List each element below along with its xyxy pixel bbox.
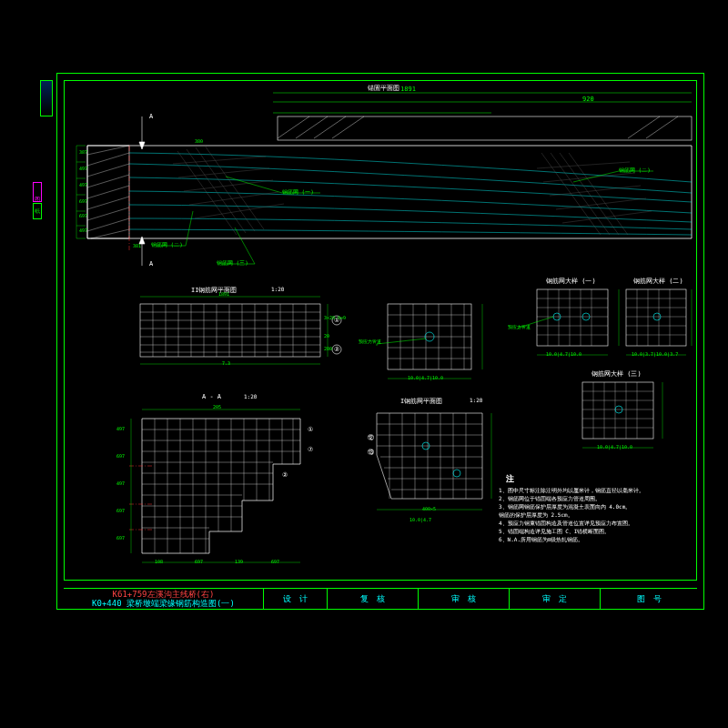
detail-I-dims: 400×5: [422, 506, 436, 511]
tb-dwg: 图 号: [601, 589, 697, 610]
tb-design: 设 计: [264, 589, 328, 610]
note-3: 3、钢筋网钢筋保护层厚度为混凝土表面向内 4.0cm。: [499, 502, 690, 511]
section-II-title: II钢筋网平面图: [191, 286, 237, 295]
tb-name-bot: K0+440 梁桥墩端梁缘钢筋构造图(一): [92, 600, 235, 609]
section-II-hd3: 280: [324, 346, 332, 351]
section-II-hd2: 20: [324, 333, 329, 339]
section-AA-scale: 1:20: [244, 393, 257, 399]
note-5: 5、锚固端构造详见施工图 C、I锚横断面图。: [499, 527, 690, 535]
section-II-bot: 7.3: [222, 360, 230, 366]
mesh-label-4: 钢筋网 (二): [619, 167, 651, 175]
section-II-scale: 1:20: [271, 286, 284, 292]
enlarge3-dims: 10.0|3.7|10.0|3.7: [632, 351, 678, 357]
enlarge3-title: 钢筋网大样 (二): [633, 277, 683, 286]
detail-I-r12: ⑫: [368, 433, 374, 442]
dim-v6: 497: [79, 228, 87, 233]
cad-canvas: 图 纸 1891 920: [0, 0, 728, 728]
aa-h2: 697: [195, 559, 203, 564]
section-II-w: 1891: [218, 291, 229, 297]
aa-h1: 108: [155, 559, 163, 564]
arrow-a-bot: A: [149, 260, 153, 268]
note-4: 4、预应力钢束锚固构造及管道位置详见预应力布置图。: [499, 519, 690, 527]
aa-r7: ⑦: [308, 446, 313, 453]
aa-v1: 497: [116, 426, 125, 431]
detail-I-scale: 1:20: [470, 397, 482, 403]
notes-list: 1、图中尺寸标注除注明外均以厘米计，钢筋直径以毫米计。 2、钢筋网位于锚固端各预…: [499, 486, 690, 543]
notes-heading: 注: [506, 473, 514, 485]
dim-v1: 387: [79, 149, 87, 155]
arrow-a-top: A: [149, 113, 153, 120]
enlarge1-dims: 10.0|4.7|10.0: [408, 375, 443, 380]
detail-I-bot: 10.0|4.7: [410, 517, 431, 522]
note-6: 6、N.A.所用钢筋为Ⅱ级热轧钢筋。: [499, 535, 690, 543]
mesh-label-1: 钢筋网 (一): [282, 188, 314, 197]
aa-v4: 697: [116, 508, 125, 513]
tb-check: 复 核: [328, 589, 419, 610]
aa-r1: ①: [308, 426, 313, 433]
margin-block: [40, 80, 53, 116]
aa-v2: 697: [116, 453, 125, 459]
note-3b: 钢筋的保护层厚度为 2.5cm。: [499, 511, 690, 519]
enlarge4-title: 钢筋网大样 (三): [592, 369, 642, 379]
enlarge2-dims: 10.0|4.7|10.0: [546, 351, 581, 357]
plan-title: 锚固平面图: [368, 84, 399, 93]
aa-v3: 497: [116, 480, 125, 486]
dim-h1: 381: [133, 243, 141, 248]
mesh-label-3: 钢筋网 (三): [217, 259, 248, 268]
circ-1: ①: [334, 317, 339, 324]
aa-r2: ②: [282, 471, 288, 479]
dim-v2: 497: [79, 166, 87, 171]
tb-name: K61+759左溪沟主线桥(右) K0+440 梁桥墩端梁缘钢筋构造图(一): [64, 589, 264, 610]
note-1: 1、图中尺寸标注除注明外均以厘米计，钢筋直径以毫米计。: [499, 486, 690, 494]
enlarge1-label: 预应力管道: [359, 339, 381, 344]
dim-v3: 497: [79, 182, 87, 187]
note-2: 2、钢筋网位于锚固端各预应力管道周围。: [499, 494, 690, 502]
dim-v5: 697: [79, 213, 87, 218]
dim-v4: 697: [79, 198, 87, 204]
detail-I-r13: ⑬: [368, 448, 374, 457]
aa-h4: 697: [271, 559, 279, 564]
title-block: K61+759左溪沟主线桥(右) K0+440 梁桥墩端梁缘钢筋构造图(一) 设…: [64, 588, 697, 610]
circ-2: ②: [334, 346, 339, 353]
enlarge2-label: 预应力管道: [508, 324, 531, 329]
side-tag-2: 纸: [33, 203, 42, 219]
detail-I-title: I钢筋网平面图: [400, 397, 442, 406]
mesh-label-2: 钢筋网 (二): [151, 241, 183, 249]
aa-h3: 139: [235, 559, 243, 564]
dim-total: 380: [195, 138, 203, 144]
aa-v5: 697: [116, 535, 125, 541]
tb-review: 审 核: [419, 589, 510, 610]
section-AA-title: A - A: [202, 393, 221, 400]
side-tag-1: 图: [33, 182, 42, 202]
enlarge4-dims: 10.0|4.7|10.0: [597, 444, 632, 450]
aa-w: 205: [213, 404, 221, 410]
tb-approve: 审 定: [510, 589, 601, 610]
enlarge2-title: 钢筋网大样 (一): [546, 277, 596, 286]
